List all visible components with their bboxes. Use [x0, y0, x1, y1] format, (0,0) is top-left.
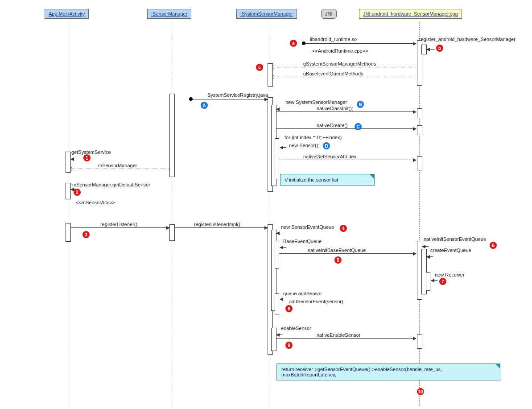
activation-for: [275, 138, 279, 179]
activation-qadd: [275, 293, 279, 314]
participant-jni-cpp: JNI:android_hardware_SensorManager.cpp: [359, 9, 462, 19]
badge-A: A: [201, 102, 208, 109]
activation-sm-1: [169, 94, 175, 177]
activation-jni-ngsai: [417, 156, 422, 170]
label-ase: addSensorEvent(sensor);: [289, 299, 345, 304]
label-newseq: new SensorEventQueue: [281, 224, 334, 230]
self-arrow-newssm: [276, 109, 283, 109]
arrow-nes: [276, 338, 416, 339]
sequence-diagram: App:MainActivity :SensorManager :SystemS…: [0, 0, 532, 409]
self-arrow-qadd: [280, 299, 286, 299]
badge-b: b: [436, 45, 443, 52]
found-msg-dot-2: [189, 97, 193, 101]
label-sysreg: SystemServiceRegistry.java: [207, 92, 268, 98]
self-arrow-newrecv: [431, 280, 437, 281]
badge-8: 8: [285, 305, 293, 312]
label-gsys: gSystemSensorManagerMethods: [303, 61, 376, 66]
self-arrow-newseq: [276, 233, 283, 233]
arrow-gbase: [273, 77, 417, 77]
activation-jni-nc: [417, 125, 422, 135]
badge-C: C: [355, 123, 362, 130]
self-arrow-ceq: [427, 256, 433, 257]
badge-5: 5: [334, 256, 342, 264]
label-gbase: gBaseEventQueueMethods: [303, 71, 363, 76]
label-getss: getSystemService: [71, 149, 111, 155]
label-niseq: nativeInitSensorEventQueue: [424, 236, 486, 242]
badge-7: 7: [439, 278, 446, 285]
label-nc: nativeCreate(): [317, 123, 348, 128]
badge-2: 2: [74, 189, 81, 196]
badge-B: B: [357, 101, 364, 108]
arrow-reglistener: [71, 227, 169, 228]
badge-9: 9: [285, 342, 293, 349]
arrow-libandroid: [305, 43, 416, 44]
label-msensoracc: <<mSensorAcc>>: [76, 200, 115, 205]
label-msm: mSensorManager: [98, 163, 137, 168]
label-gds: mSensorManager.getDefaultSensor: [72, 182, 150, 187]
lifeline-1: [68, 22, 68, 406]
label-newssm: new SystemSensorManager: [285, 99, 347, 105]
arrow-sysreg: [193, 99, 268, 99]
self-arrow-niseq: [422, 246, 429, 247]
arrow-nc: [276, 128, 416, 129]
activation-jni-nes: [417, 335, 422, 349]
label-ceq: createEventQueue: [430, 248, 471, 253]
badge-1: 1: [83, 154, 91, 161]
badge-10: 10: [417, 388, 424, 395]
activation-jni-nci: [417, 108, 422, 118]
arrow-ngsai: [279, 160, 416, 160]
self-arrow-b: [427, 49, 435, 50]
badge-4: 4: [340, 225, 347, 232]
activation-jni-recv: [426, 272, 430, 291]
label-reglistener: registerListener(): [100, 222, 137, 227]
note-return: return receiver->getSensorEventQueue()->…: [276, 364, 500, 380]
participant-jni: JNI: [321, 9, 337, 19]
label-register: register_android_hardware_SensorManager: [419, 37, 516, 42]
label-nci: nativeClassInit();: [317, 106, 353, 111]
arrow-gsys: [273, 67, 417, 67]
label-newrecv: new Receiver: [435, 272, 465, 277]
arrow-msm: [71, 169, 169, 169]
label-androidruntime: <<AndroidRuntime.cpp>>: [312, 48, 368, 54]
activation-app-3: [66, 223, 71, 242]
label-nes: nativeEnableSensor: [317, 332, 360, 338]
label-reglistenerimpl: registerListenerImpl(): [194, 222, 240, 227]
lifeline-2: [172, 22, 172, 406]
label-qadd: queue.addSensor: [283, 291, 322, 296]
label-libandroid: libandroid_runtime.so: [310, 37, 357, 42]
activation-es: [271, 328, 276, 351]
self-arrow-getss: [71, 159, 77, 159]
activation-beq: [275, 241, 279, 269]
label-es: enableSensor: [281, 326, 311, 331]
arrow-nibeq: [279, 253, 416, 254]
participant-mainactivity: App:MainActivity: [45, 9, 89, 19]
arrow-nci: [276, 112, 416, 112]
badge-c: c: [256, 64, 263, 71]
activation-sm-2: [169, 224, 175, 241]
arrow-reglistenerimpl: [175, 227, 268, 228]
badge-a: a: [290, 40, 297, 47]
note-init-list: // initialize the sensor list: [280, 174, 375, 186]
participant-sensormanager: :SensorManager: [147, 9, 191, 19]
label-newsensor: new Sensor();: [289, 143, 319, 148]
label-ngsai: nativeGetSensorAtIndex: [303, 154, 356, 159]
label-beq: BaseEventQueue: [283, 239, 322, 244]
badge-D: D: [323, 142, 330, 149]
participant-systemsensormanager: :SystemSensorManager: [236, 9, 297, 19]
label-for: for (int index = 0;;++index): [285, 135, 342, 140]
label-nibeq: nativeInitBaseEventQueue: [308, 248, 366, 253]
found-msg-dot-1: [302, 41, 305, 45]
self-arrow-for: [280, 147, 286, 148]
badge-3: 3: [82, 231, 90, 238]
badge-6: 6: [490, 242, 497, 249]
self-arrow-es: [276, 335, 283, 335]
self-arrow-beq: [280, 247, 286, 248]
